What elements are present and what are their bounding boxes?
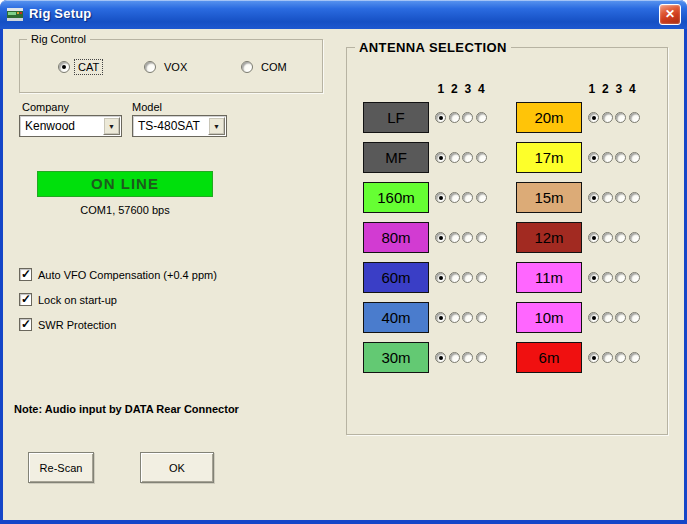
antenna-radio-12m-4[interactable] xyxy=(629,232,640,243)
antenna-radio-20m-4[interactable] xyxy=(629,112,640,123)
checkbox-2[interactable] xyxy=(19,293,32,306)
rig-control-option-com[interactable]: COM xyxy=(241,60,290,74)
model-select[interactable]: TS-480SAT ▼ xyxy=(132,115,227,137)
antenna-radio-20m-2[interactable] xyxy=(602,112,613,123)
checkbox-3[interactable] xyxy=(19,318,32,331)
band-button-6m[interactable]: 6m xyxy=(516,342,582,373)
antenna-radio-160m-4[interactable] xyxy=(476,192,487,203)
antenna-radio-10m-1[interactable] xyxy=(588,312,599,323)
ok-button[interactable]: OK xyxy=(140,452,214,483)
antenna-radio-160m-3[interactable] xyxy=(462,192,473,203)
rig-control-option-cat[interactable]: CAT xyxy=(58,60,102,74)
antenna-radio-15m-2[interactable] xyxy=(602,192,613,203)
checkbox-row-3[interactable]: SWR Protection xyxy=(19,317,116,332)
antenna-radio-mf-2[interactable] xyxy=(449,152,460,163)
antenna-column-header: 2 xyxy=(448,82,462,96)
antenna-radio-12m-2[interactable] xyxy=(602,232,613,243)
antenna-radio-lf-2[interactable] xyxy=(449,112,460,123)
antenna-radio-60m-3[interactable] xyxy=(462,272,473,283)
band-button-20m[interactable]: 20m xyxy=(516,102,582,133)
antenna-radio-80m-1[interactable] xyxy=(435,232,446,243)
antenna-radio-mf-4[interactable] xyxy=(476,152,487,163)
antenna-radio-group-60m xyxy=(435,272,487,283)
antenna-radio-160m-1[interactable] xyxy=(435,192,446,203)
checkbox-1[interactable] xyxy=(19,268,32,281)
antenna-radio-group-15m xyxy=(588,192,640,203)
antenna-radio-10m-3[interactable] xyxy=(615,312,626,323)
antenna-radio-80m-3[interactable] xyxy=(462,232,473,243)
antenna-radio-15m-4[interactable] xyxy=(629,192,640,203)
antenna-radio-group-30m xyxy=(435,352,487,363)
band-button-mf[interactable]: MF xyxy=(363,142,429,173)
antenna-radio-12m-1[interactable] xyxy=(588,232,599,243)
band-button-30m[interactable]: 30m xyxy=(363,342,429,373)
antenna-radio-6m-1[interactable] xyxy=(588,352,599,363)
antenna-radio-12m-3[interactable] xyxy=(615,232,626,243)
antenna-radio-lf-1[interactable] xyxy=(435,112,446,123)
band-button-60m[interactable]: 60m xyxy=(363,262,429,293)
company-value: Kenwood xyxy=(25,119,75,133)
antenna-radio-mf-1[interactable] xyxy=(435,152,446,163)
antenna-radio-40m-3[interactable] xyxy=(462,312,473,323)
antenna-radio-160m-2[interactable] xyxy=(449,192,460,203)
band-button-lf[interactable]: LF xyxy=(363,102,429,133)
antenna-radio-group-11m xyxy=(588,272,640,283)
company-dropdown-button[interactable]: ▼ xyxy=(103,117,120,135)
antenna-radio-17m-3[interactable] xyxy=(615,152,626,163)
antenna-radio-15m-3[interactable] xyxy=(615,192,626,203)
antenna-radio-10m-4[interactable] xyxy=(629,312,640,323)
antenna-radio-60m-2[interactable] xyxy=(449,272,460,283)
antenna-radio-30m-1[interactable] xyxy=(435,352,446,363)
band-button-12m[interactable]: 12m xyxy=(516,222,582,253)
checkbox-row-1[interactable]: Auto VFO Compensation (+0.4 ppm) xyxy=(19,267,217,282)
antenna-radio-17m-1[interactable] xyxy=(588,152,599,163)
antenna-radio-17m-2[interactable] xyxy=(602,152,613,163)
antenna-radio-60m-1[interactable] xyxy=(435,272,446,283)
band-row-12m: 12m xyxy=(516,217,666,257)
antenna-radio-6m-2[interactable] xyxy=(602,352,613,363)
antenna-radio-80m-2[interactable] xyxy=(449,232,460,243)
antenna-radio-40m-1[interactable] xyxy=(435,312,446,323)
antenna-radio-15m-1[interactable] xyxy=(588,192,599,203)
band-row-15m: 15m xyxy=(516,177,666,217)
antenna-radio-6m-4[interactable] xyxy=(629,352,640,363)
band-button-160m[interactable]: 160m xyxy=(363,182,429,213)
company-select[interactable]: Kenwood ▼ xyxy=(19,115,122,137)
antenna-radio-11m-1[interactable] xyxy=(588,272,599,283)
band-button-11m[interactable]: 11m xyxy=(516,262,582,293)
antenna-radio-40m-4[interactable] xyxy=(476,312,487,323)
band-button-15m[interactable]: 15m xyxy=(516,182,582,213)
model-dropdown-button[interactable]: ▼ xyxy=(208,117,225,135)
antenna-radio-mf-3[interactable] xyxy=(462,152,473,163)
band-button-40m[interactable]: 40m xyxy=(363,302,429,333)
band-button-17m[interactable]: 17m xyxy=(516,142,582,173)
antenna-radio-group-20m xyxy=(588,112,640,123)
radio-vox[interactable] xyxy=(144,61,156,73)
antenna-radio-80m-4[interactable] xyxy=(476,232,487,243)
antenna-radio-30m-2[interactable] xyxy=(449,352,460,363)
radio-com[interactable] xyxy=(241,61,253,73)
antenna-radio-11m-3[interactable] xyxy=(615,272,626,283)
antenna-radio-lf-4[interactable] xyxy=(476,112,487,123)
antenna-radio-60m-4[interactable] xyxy=(476,272,487,283)
antenna-radio-group-10m xyxy=(588,312,640,323)
antenna-radio-40m-2[interactable] xyxy=(449,312,460,323)
antenna-radio-lf-3[interactable] xyxy=(462,112,473,123)
checkbox-row-2[interactable]: Lock on start-up xyxy=(19,292,117,307)
antenna-radio-6m-3[interactable] xyxy=(615,352,626,363)
antenna-radio-20m-1[interactable] xyxy=(588,112,599,123)
antenna-radio-11m-2[interactable] xyxy=(602,272,613,283)
radio-cat[interactable] xyxy=(58,61,70,73)
antenna-radio-10m-2[interactable] xyxy=(602,312,613,323)
band-button-80m[interactable]: 80m xyxy=(363,222,429,253)
rescan-button[interactable]: Re-Scan xyxy=(28,452,94,483)
antenna-radio-30m-4[interactable] xyxy=(476,352,487,363)
rig-control-option-vox[interactable]: VOX xyxy=(144,60,190,74)
antenna-radio-17m-4[interactable] xyxy=(629,152,640,163)
antenna-radio-11m-4[interactable] xyxy=(629,272,640,283)
band-row-10m: 10m xyxy=(516,297,666,337)
band-button-10m[interactable]: 10m xyxy=(516,302,582,333)
company-label: Company xyxy=(22,101,69,113)
antenna-radio-20m-3[interactable] xyxy=(615,112,626,123)
antenna-radio-30m-3[interactable] xyxy=(462,352,473,363)
